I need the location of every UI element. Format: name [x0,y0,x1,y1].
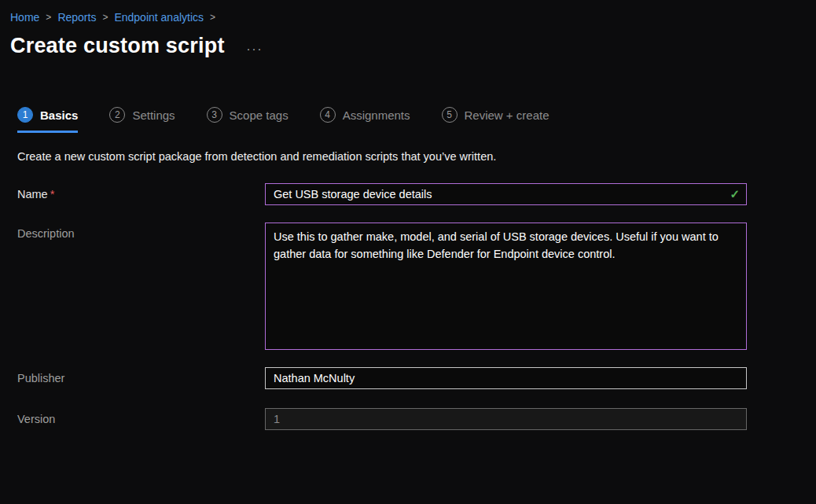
description-input-wrap: Use this to gather make, model, and seri… [265,223,747,350]
tab-scope-tags-label: Scope tags [230,109,289,122]
tab-assignments-label: Assignments [343,109,410,122]
tab-basics[interactable]: 1 Basics [17,107,78,133]
tab-settings[interactable]: 2 Settings [109,107,175,133]
breadcrumb-separator: > [210,12,215,23]
publisher-field-row: Publisher [17,367,816,389]
required-asterisk: * [50,188,55,200]
breadcrumb: Home > Reports > Endpoint analytics > [0,0,816,24]
name-input[interactable] [265,183,747,205]
breadcrumb-separator: > [46,12,51,23]
basics-form: Name* ✓ Description Use this to gather m… [17,183,816,430]
step-3-circle: 3 [207,107,222,123]
step-2-circle: 2 [109,107,125,123]
tab-basics-label: Basics [40,109,78,122]
tab-assignments[interactable]: 4 Assignments [320,107,410,133]
tab-review-create-label: Review + create [465,109,550,122]
breadcrumb-reports-link[interactable]: Reports [57,11,96,24]
description-textarea[interactable]: Use this to gather make, model, and seri… [265,223,747,350]
version-label: Version [17,408,265,430]
more-options-ellipsis-icon[interactable]: ··· [247,37,263,55]
breadcrumb-endpoint-analytics-link[interactable]: Endpoint analytics [114,11,204,24]
name-label: Name* [17,183,265,205]
step-1-circle: 1 [17,107,33,123]
description-field-row: Description Use this to gather make, mod… [17,223,816,350]
name-field-row: Name* ✓ [17,183,816,205]
page-title: Create custom script [10,34,225,58]
name-label-text: Name [17,188,48,200]
description-label: Description [17,223,265,350]
publisher-label: Publisher [17,367,265,389]
version-input-wrap [265,408,747,430]
version-field-row: Version [17,408,816,430]
wizard-steps: 1 Basics 2 Settings 3 Scope tags 4 Assig… [17,107,816,133]
publisher-input[interactable] [265,367,747,389]
title-row: Create custom script ··· [0,24,816,58]
breadcrumb-separator: > [102,12,108,23]
publisher-input-wrap [265,367,747,389]
tab-review-create[interactable]: 5 Review + create [442,107,550,133]
tab-settings-label: Settings [132,109,175,122]
step-5-circle: 5 [442,107,458,123]
version-input [265,408,747,430]
intro-text: Create a new custom script package from … [17,150,816,163]
tab-scope-tags[interactable]: 3 Scope tags [207,107,289,133]
name-input-wrap: ✓ [265,183,747,205]
step-4-circle: 4 [320,107,336,123]
breadcrumb-home-link[interactable]: Home [10,11,39,24]
create-custom-script-page: Home > Reports > Endpoint analytics > Cr… [0,0,816,430]
